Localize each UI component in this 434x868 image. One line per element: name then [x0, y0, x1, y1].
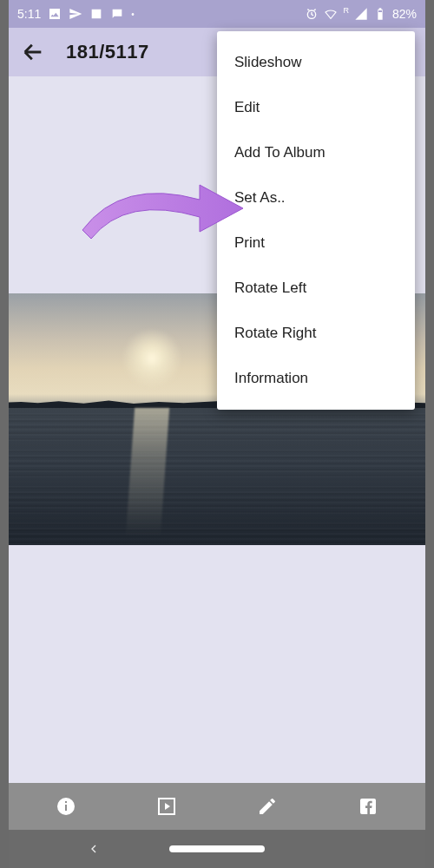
status-left: 5:11 • [17, 7, 135, 21]
svg-rect-4 [65, 801, 67, 803]
menu-item-set-as[interactable]: Set As.. [217, 175, 415, 220]
edit-button[interactable] [256, 795, 279, 818]
battery-icon [373, 7, 387, 21]
menu-item-information[interactable]: Information [217, 356, 415, 401]
menu-item-print[interactable]: Print [217, 220, 415, 266]
news-icon [89, 7, 103, 21]
sun-glow [122, 328, 182, 389]
slideshow-button[interactable] [155, 795, 178, 818]
chat-icon [110, 7, 124, 21]
send-icon [69, 7, 82, 21]
status-right: R 82% [305, 7, 417, 21]
battery-text: 82% [392, 7, 417, 21]
svg-rect-3 [65, 805, 67, 811]
page-counter: 181/5117 [66, 41, 149, 63]
roaming-indicator: R [343, 6, 349, 15]
water [9, 408, 425, 545]
phone-frame: 5:11 • R 82% 181/5117 [9, 0, 425, 868]
overflow-menu: Slideshow Edit Add To Album Set As.. Pri… [217, 31, 415, 410]
alarm-icon [305, 7, 319, 21]
menu-item-edit[interactable]: Edit [217, 85, 415, 130]
menu-item-add-album[interactable]: Add To Album [217, 130, 415, 175]
signal-icon [354, 7, 368, 21]
svg-rect-1 [378, 10, 382, 12]
action-bar [9, 783, 425, 830]
nav-home-pill[interactable] [169, 845, 265, 852]
status-time: 5:11 [17, 7, 41, 21]
nav-bar [9, 830, 425, 868]
status-bar: 5:11 • R 82% [9, 0, 425, 28]
info-button[interactable] [55, 795, 77, 818]
back-arrow-icon[interactable] [21, 40, 45, 64]
photo-icon [48, 7, 62, 21]
facebook-button[interactable] [357, 795, 379, 818]
nav-back-icon[interactable] [87, 842, 101, 856]
more-notifications-dot: • [131, 10, 135, 19]
menu-item-rotate-left[interactable]: Rotate Left [217, 266, 415, 311]
menu-item-slideshow[interactable]: Slideshow [217, 40, 415, 85]
menu-item-rotate-right[interactable]: Rotate Right [217, 311, 415, 356]
wifi-icon [324, 7, 338, 21]
